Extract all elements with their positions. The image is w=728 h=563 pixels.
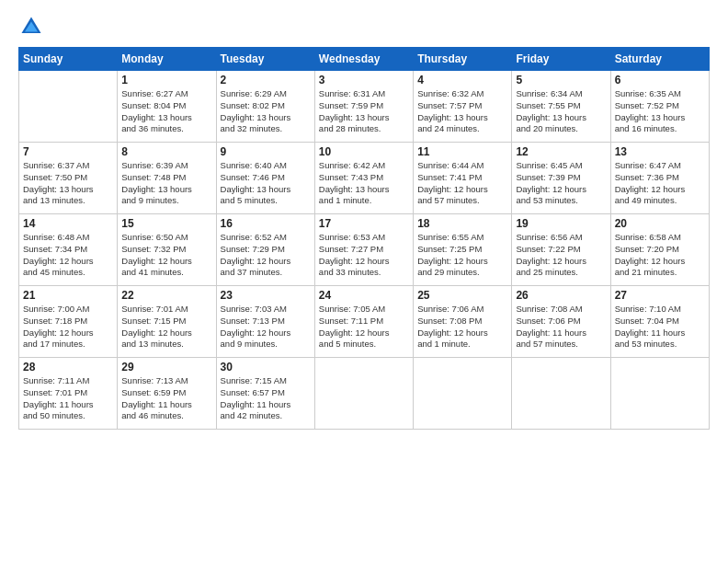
day-number: 16 — [221, 217, 311, 230]
calendar-cell: 4Sunrise: 6:32 AM Sunset: 7:57 PM Daylig… — [414, 71, 512, 143]
day-info: Sunrise: 6:45 AM Sunset: 7:39 PM Dayligh… — [516, 160, 606, 207]
day-number: 10 — [319, 145, 409, 158]
day-info: Sunrise: 6:50 AM Sunset: 7:32 PM Dayligh… — [121, 232, 211, 279]
logo-icon — [18, 14, 44, 40]
calendar-cell: 24Sunrise: 7:05 AM Sunset: 7:11 PM Dayli… — [314, 286, 413, 358]
day-number: 13 — [615, 145, 705, 158]
day-number: 17 — [319, 217, 409, 230]
calendar-week-1: 1Sunrise: 6:27 AM Sunset: 8:04 PM Daylig… — [19, 71, 710, 143]
calendar-cell: 12Sunrise: 6:45 AM Sunset: 7:39 PM Dayli… — [512, 143, 610, 214]
calendar-cell: 15Sunrise: 6:50 AM Sunset: 7:32 PM Dayli… — [118, 214, 216, 286]
calendar-header-row: SundayMondayTuesdayWednesdayThursdayFrid… — [19, 48, 710, 71]
day-number: 24 — [319, 289, 409, 302]
calendar-cell: 10Sunrise: 6:42 AM Sunset: 7:43 PM Dayli… — [314, 143, 413, 214]
calendar-week-5: 28Sunrise: 7:11 AM Sunset: 7:01 PM Dayli… — [19, 358, 710, 430]
calendar-cell — [414, 358, 512, 430]
day-number: 30 — [221, 361, 311, 373]
calendar-cell: 2Sunrise: 6:29 AM Sunset: 8:02 PM Daylig… — [216, 71, 314, 143]
day-number: 8 — [121, 145, 211, 158]
day-info: Sunrise: 6:32 AM Sunset: 7:57 PM Dayligh… — [417, 88, 507, 135]
calendar-cell: 8Sunrise: 6:39 AM Sunset: 7:48 PM Daylig… — [118, 143, 216, 214]
calendar-cell: 13Sunrise: 6:47 AM Sunset: 7:36 PM Dayli… — [610, 143, 709, 214]
calendar-cell: 29Sunrise: 7:13 AM Sunset: 6:59 PM Dayli… — [118, 358, 216, 430]
day-number: 27 — [615, 289, 705, 302]
day-info: Sunrise: 6:27 AM Sunset: 8:04 PM Dayligh… — [121, 88, 211, 135]
day-info: Sunrise: 6:55 AM Sunset: 7:25 PM Dayligh… — [417, 232, 507, 279]
header — [18, 14, 710, 40]
calendar-week-4: 21Sunrise: 7:00 AM Sunset: 7:18 PM Dayli… — [19, 286, 710, 358]
day-info: Sunrise: 7:11 AM Sunset: 7:01 PM Dayligh… — [23, 375, 113, 422]
day-info: Sunrise: 6:35 AM Sunset: 7:52 PM Dayligh… — [615, 88, 705, 135]
day-info: Sunrise: 6:48 AM Sunset: 7:34 PM Dayligh… — [23, 232, 113, 279]
calendar-cell: 19Sunrise: 6:56 AM Sunset: 7:22 PM Dayli… — [512, 214, 610, 286]
day-info: Sunrise: 6:40 AM Sunset: 7:46 PM Dayligh… — [221, 160, 311, 207]
calendar-cell: 7Sunrise: 6:37 AM Sunset: 7:50 PM Daylig… — [19, 143, 118, 214]
calendar: SundayMondayTuesdayWednesdayThursdayFrid… — [18, 47, 710, 430]
day-number: 9 — [221, 145, 311, 158]
day-info: Sunrise: 7:05 AM Sunset: 7:11 PM Dayligh… — [319, 304, 409, 350]
day-info: Sunrise: 6:39 AM Sunset: 7:48 PM Dayligh… — [121, 160, 211, 207]
calendar-cell — [19, 71, 118, 143]
day-info: Sunrise: 6:44 AM Sunset: 7:41 PM Dayligh… — [417, 160, 507, 207]
day-info: Sunrise: 6:37 AM Sunset: 7:50 PM Dayligh… — [23, 160, 113, 207]
calendar-cell: 16Sunrise: 6:52 AM Sunset: 7:29 PM Dayli… — [216, 214, 314, 286]
day-info: Sunrise: 6:53 AM Sunset: 7:27 PM Dayligh… — [319, 232, 409, 279]
day-number: 29 — [121, 361, 211, 373]
day-number: 3 — [319, 74, 409, 86]
calendar-header-monday: Monday — [118, 48, 216, 71]
calendar-week-2: 7Sunrise: 6:37 AM Sunset: 7:50 PM Daylig… — [19, 143, 710, 214]
day-info: Sunrise: 7:01 AM Sunset: 7:15 PM Dayligh… — [121, 304, 211, 350]
calendar-header-tuesday: Tuesday — [216, 48, 314, 71]
day-info: Sunrise: 7:08 AM Sunset: 7:06 PM Dayligh… — [516, 304, 606, 350]
day-number: 6 — [615, 74, 705, 86]
calendar-cell: 18Sunrise: 6:55 AM Sunset: 7:25 PM Dayli… — [414, 214, 512, 286]
day-number: 21 — [23, 289, 113, 302]
day-number: 26 — [516, 289, 606, 302]
calendar-cell: 6Sunrise: 6:35 AM Sunset: 7:52 PM Daylig… — [610, 71, 709, 143]
calendar-week-3: 14Sunrise: 6:48 AM Sunset: 7:34 PM Dayli… — [19, 214, 710, 286]
day-number: 28 — [23, 361, 113, 373]
calendar-cell: 22Sunrise: 7:01 AM Sunset: 7:15 PM Dayli… — [118, 286, 216, 358]
day-info: Sunrise: 7:13 AM Sunset: 6:59 PM Dayligh… — [121, 375, 211, 422]
day-info: Sunrise: 7:03 AM Sunset: 7:13 PM Dayligh… — [221, 304, 311, 350]
calendar-header-wednesday: Wednesday — [314, 48, 413, 71]
day-number: 7 — [23, 145, 113, 158]
calendar-cell — [512, 358, 610, 430]
day-number: 5 — [516, 74, 606, 86]
calendar-header-saturday: Saturday — [610, 48, 709, 71]
calendar-cell: 3Sunrise: 6:31 AM Sunset: 7:59 PM Daylig… — [314, 71, 413, 143]
day-number: 11 — [417, 145, 507, 158]
calendar-cell: 30Sunrise: 7:15 AM Sunset: 6:57 PM Dayli… — [216, 358, 314, 430]
day-number: 23 — [221, 289, 311, 302]
day-info: Sunrise: 7:10 AM Sunset: 7:04 PM Dayligh… — [615, 304, 705, 350]
day-number: 14 — [23, 217, 113, 230]
day-info: Sunrise: 6:58 AM Sunset: 7:20 PM Dayligh… — [615, 232, 705, 279]
day-info: Sunrise: 6:56 AM Sunset: 7:22 PM Dayligh… — [516, 232, 606, 279]
day-info: Sunrise: 6:52 AM Sunset: 7:29 PM Dayligh… — [221, 232, 311, 279]
calendar-cell: 23Sunrise: 7:03 AM Sunset: 7:13 PM Dayli… — [216, 286, 314, 358]
day-number: 4 — [417, 74, 507, 86]
logo — [18, 14, 48, 40]
day-number: 20 — [615, 217, 705, 230]
calendar-cell: 9Sunrise: 6:40 AM Sunset: 7:46 PM Daylig… — [216, 143, 314, 214]
day-number: 25 — [417, 289, 507, 302]
day-number: 12 — [516, 145, 606, 158]
day-info: Sunrise: 6:47 AM Sunset: 7:36 PM Dayligh… — [615, 160, 705, 207]
day-info: Sunrise: 6:34 AM Sunset: 7:55 PM Dayligh… — [516, 88, 606, 135]
day-info: Sunrise: 6:29 AM Sunset: 8:02 PM Dayligh… — [221, 88, 311, 135]
calendar-cell: 1Sunrise: 6:27 AM Sunset: 8:04 PM Daylig… — [118, 71, 216, 143]
calendar-cell: 27Sunrise: 7:10 AM Sunset: 7:04 PM Dayli… — [610, 286, 709, 358]
calendar-cell: 5Sunrise: 6:34 AM Sunset: 7:55 PM Daylig… — [512, 71, 610, 143]
calendar-cell: 17Sunrise: 6:53 AM Sunset: 7:27 PM Dayli… — [314, 214, 413, 286]
day-number: 15 — [121, 217, 211, 230]
day-info: Sunrise: 7:00 AM Sunset: 7:18 PM Dayligh… — [23, 304, 113, 350]
calendar-header-thursday: Thursday — [414, 48, 512, 71]
day-number: 2 — [221, 74, 311, 86]
day-number: 18 — [417, 217, 507, 230]
calendar-cell: 14Sunrise: 6:48 AM Sunset: 7:34 PM Dayli… — [19, 214, 118, 286]
day-number: 22 — [121, 289, 211, 302]
calendar-cell — [610, 358, 709, 430]
day-info: Sunrise: 7:15 AM Sunset: 6:57 PM Dayligh… — [221, 375, 311, 422]
calendar-cell — [314, 358, 413, 430]
calendar-cell: 26Sunrise: 7:08 AM Sunset: 7:06 PM Dayli… — [512, 286, 610, 358]
